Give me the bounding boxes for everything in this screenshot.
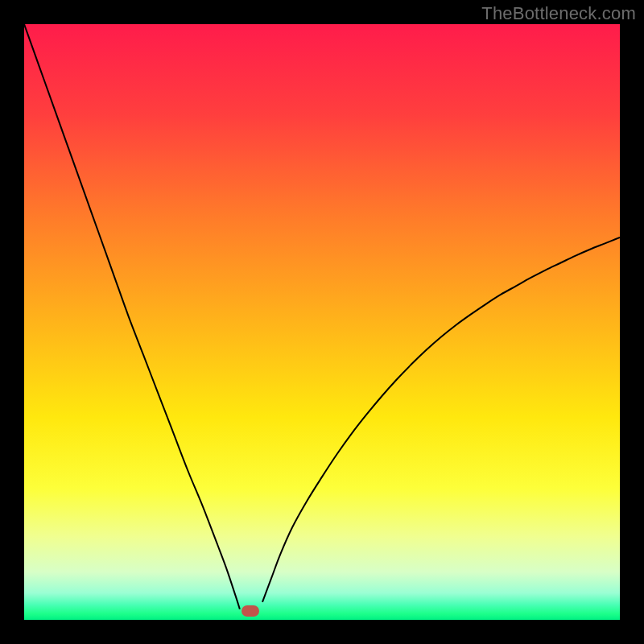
left-branch-curve [24,24,240,609]
right-branch-curve [262,237,620,602]
plot-area [24,24,620,620]
bottleneck-marker-icon [242,605,259,617]
curve-layer [24,24,620,620]
chart-frame: TheBottleneck.com [0,0,644,644]
watermark-label: TheBottleneck.com [481,3,636,24]
